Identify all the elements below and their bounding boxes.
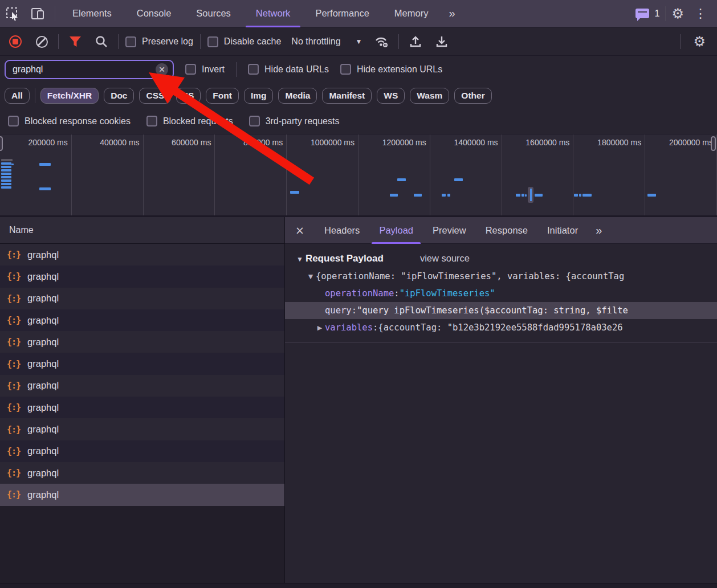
type-filter-chip-wasm[interactable]: Wasm (410, 88, 449, 104)
panel-tab-console[interactable]: Console (124, 0, 184, 27)
section-disclosure-icon[interactable]: ▼ (296, 255, 303, 263)
throttling-dropdown[interactable]: No throttling ▼ (288, 36, 365, 47)
divider (58, 34, 59, 49)
type-filter-chip-fetchxhr[interactable]: Fetch/XHR (40, 88, 99, 104)
hide-data-urls-checkbox[interactable] (248, 64, 259, 75)
preserve-log-control[interactable]: Preserve log (125, 36, 193, 47)
preserve-log-checkbox[interactable] (125, 36, 136, 47)
checkbox[interactable] (249, 116, 260, 126)
type-filter-chip-font[interactable]: Font (206, 88, 239, 104)
request-row[interactable]: {:}graphql (0, 266, 284, 287)
disclosure-triangle-icon[interactable]: ▼ (305, 273, 316, 280)
panel-tab-network[interactable]: Network (243, 0, 303, 27)
section-divider (285, 342, 717, 342)
request-row[interactable]: {:}graphql (0, 288, 284, 309)
disable-cache-checkbox[interactable] (207, 36, 218, 47)
panel-tab-memory[interactable]: Memory (382, 0, 441, 27)
details-tab-bar: × HeadersPayloadPreviewResponseInitiator… (285, 217, 717, 244)
request-timing-bar (11, 164, 14, 165)
request-row[interactable]: {:}graphql (0, 375, 284, 397)
record-network-log-button[interactable] (6, 32, 25, 51)
fetch-xhr-icon: {:} (7, 250, 21, 260)
advanced-filter-blocked-requests[interactable]: Blocked requests (146, 116, 233, 126)
advanced-filters-row: Blocked response cookiesBlocked requests… (0, 108, 717, 134)
request-row[interactable]: {:}graphql (0, 397, 284, 418)
timeline-left-handle[interactable] (0, 136, 3, 151)
type-filter-chip-doc[interactable]: Doc (104, 88, 134, 104)
request-name: graphql (27, 380, 59, 391)
search-icon[interactable] (92, 32, 111, 51)
details-tab-response[interactable]: Response (476, 217, 537, 244)
request-row[interactable]: {:}graphql (0, 353, 284, 374)
checkbox[interactable] (146, 116, 157, 126)
type-filter-chip-img[interactable]: Img (244, 88, 274, 104)
type-filter-chip-css[interactable]: CSS (139, 88, 171, 104)
advanced-filter-3rd-party-requests[interactable]: 3rd-party requests (249, 116, 340, 126)
inspect-element-icon[interactable] (0, 0, 25, 27)
network-settings-gear-icon[interactable]: ⚙ (687, 34, 711, 50)
panel-tab-elements[interactable]: Elements (60, 0, 124, 27)
request-row[interactable]: {:}graphql (0, 418, 284, 440)
disclosure-triangle-icon[interactable]: ▶ (315, 324, 325, 332)
type-filter-chip-manifest[interactable]: Manifest (322, 88, 372, 104)
payload-entry-query[interactable]: query: "query ipFlowTimeseries($accountT… (285, 302, 717, 319)
label: 3rd-party requests (266, 116, 340, 126)
type-filter-chip-other[interactable]: Other (454, 88, 491, 104)
invert-checkbox[interactable] (185, 64, 196, 75)
export-har-icon[interactable] (432, 32, 451, 51)
payload-entry-variables[interactable]: ▶variables: {accountTag: "b12e3b2192ee55… (285, 319, 717, 336)
name-column-header[interactable]: Name (0, 217, 284, 244)
request-row[interactable]: {:}graphql (0, 484, 284, 505)
network-conditions-icon[interactable] (372, 32, 392, 51)
view-source-link[interactable]: view source (420, 253, 470, 264)
request-row[interactable]: {:}graphql (0, 331, 284, 353)
network-overview-timeline[interactable]: 200000 ms400000 ms600000 ms800000 ms1000… (0, 134, 717, 217)
payload-summary-line[interactable]: ▼ {operationName: "ipFlowTimeseries", va… (285, 268, 717, 285)
payload-entry-operationName[interactable]: operationName: "ipFlowTimeseries" (285, 285, 717, 302)
close-details-icon[interactable]: × (285, 224, 315, 236)
type-filter-chip-ws[interactable]: WS (377, 88, 405, 104)
fetch-xhr-icon: {:} (7, 468, 21, 478)
filter-input-value: graphql (13, 64, 156, 75)
type-filter-chip-media[interactable]: Media (278, 88, 317, 104)
hide-extension-urls-control[interactable]: Hide extension URLs (340, 64, 442, 75)
details-tab-initiator[interactable]: Initiator (537, 217, 588, 244)
clear-network-log-button[interactable] (32, 32, 51, 51)
panel-tab-sources[interactable]: Sources (184, 0, 243, 27)
details-tab-headers[interactable]: Headers (315, 217, 369, 244)
request-row[interactable]: {:}graphql (0, 440, 284, 462)
issues-icon[interactable] (635, 9, 649, 18)
more-details-tabs-icon[interactable]: » (588, 224, 609, 237)
panel-tab-performance[interactable]: Performance (303, 0, 381, 27)
disable-cache-control[interactable]: Disable cache (207, 36, 282, 47)
settings-gear-icon[interactable]: ⚙ (671, 6, 684, 22)
request-row[interactable]: {:}graphql (0, 309, 284, 331)
request-row[interactable]: {:}graphql (0, 462, 284, 484)
details-tab-payload[interactable]: Payload (369, 217, 423, 244)
timeline-right-handle[interactable] (711, 136, 716, 151)
request-name: graphql (27, 446, 59, 456)
invert-filter-control[interactable]: Invert (185, 64, 225, 75)
request-row[interactable]: {:}graphql (0, 244, 284, 266)
advanced-filter-blocked-response-cookies[interactable]: Blocked response cookies (8, 116, 131, 126)
hide-extension-urls-checkbox[interactable] (340, 64, 351, 75)
more-panels-icon[interactable]: » (441, 7, 462, 20)
type-filter-chip-js[interactable]: JS (176, 88, 201, 104)
disable-cache-label: Disable cache (224, 36, 282, 47)
kebab-menu-icon[interactable]: ⋮ (690, 6, 711, 21)
filter-icon[interactable] (66, 32, 85, 51)
request-timing-bar (447, 194, 450, 197)
request-timing-bar (647, 194, 656, 197)
request-timing-bar (522, 194, 524, 197)
checkbox[interactable] (8, 116, 19, 126)
request-payload-section[interactable]: ▼ Request Payload view source (296, 253, 717, 264)
type-filter-chip-all[interactable]: All (5, 88, 30, 104)
device-toolbar-icon[interactable] (25, 0, 50, 27)
filter-input[interactable]: graphql ✕ (5, 60, 174, 79)
clear-filter-icon[interactable]: ✕ (156, 63, 168, 76)
details-tab-preview[interactable]: Preview (423, 217, 476, 244)
request-name: graphql (27, 402, 59, 413)
request-name: graphql (27, 358, 59, 369)
hide-data-urls-control[interactable]: Hide data URLs (248, 64, 329, 75)
import-har-icon[interactable] (406, 32, 425, 51)
